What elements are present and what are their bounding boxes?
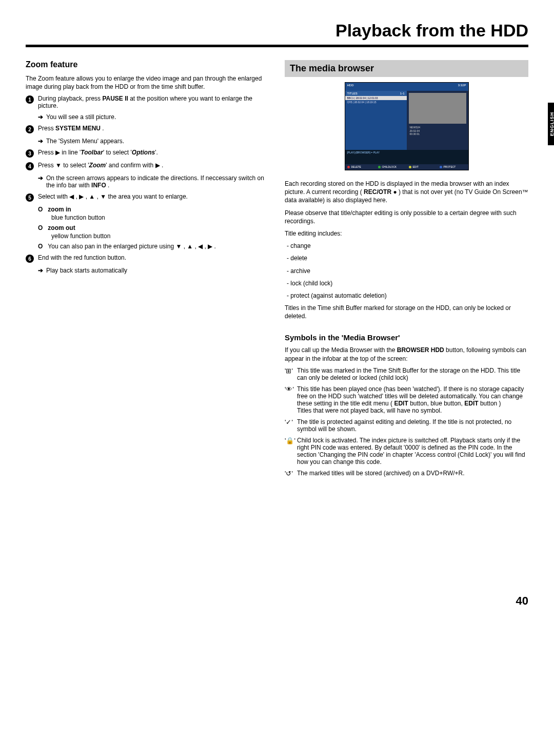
symbol-watched: '👁' This title has been played once (has… [285,385,528,414]
page-title: Playback from the HDD [26,21,528,45]
arrow-icon: ➔ [38,267,43,274]
symbols-heading: Symbols in the 'Media Browser' [285,333,528,342]
archive-icon: '↺' [285,470,297,477]
edit-archive: - archive [287,267,528,275]
step-5: 5 Select with ◀ , ▶ , ▲ , ▼ the area you… [26,193,269,202]
edit-protect: - protect (against automatic deletion) [287,292,528,300]
step-6: 6 End with the red function button. [26,254,269,263]
step-num-2: 2 [26,125,34,133]
step-num-1: 1 [26,95,34,104]
content-columns: Zoom feature The Zoom feature allows you… [26,60,528,481]
step-1: 1 During playback, press PAUSE II at the… [26,95,269,109]
key-pause: PAUSE II [102,95,128,102]
step-1-sub: ➔You will see a still picture. [38,113,269,121]
symbol-protected: '✓' The title is protected against editi… [285,418,528,433]
check-icon: '✓' [285,418,297,426]
step-num-6: 6 [26,255,34,263]
step-num-5: 5 [26,193,34,202]
step-num-3: 3 [26,149,34,158]
opt-pan: OYou can also pan in the enlarged pictur… [38,243,269,250]
symbol-childlock: '🔒' Child lock is activated. The index p… [285,437,528,466]
left-column: Zoom feature The Zoom feature allows you… [26,60,269,481]
key-browser-hdd: BROWSER HDD [397,346,444,354]
right-column: The media browser HDD3:32P TITLES1-1 BBC… [285,60,528,481]
page-number: 40 [26,594,528,608]
zoom-heading: Zoom feature [26,60,269,69]
edit-intro: Title editing includes: [285,229,528,238]
key-system-menu: SYSTEM MENU [55,125,101,132]
title-rule [26,45,528,47]
mb-p2: Please observe that title/chapter editin… [285,209,528,225]
step-3: 3 Press ▶ in line 'Toolbar' to select 'O… [26,149,269,158]
opt-zoom-out: Ozoom out [38,224,269,231]
hdd-storage-icon: '⊞' [285,367,297,375]
media-browser-screenshot: HDD3:32P TITLES1-1 BBC1 | 28.02.04 | 12:… [345,82,469,170]
media-browser-heading: The media browser [285,60,528,77]
arrow-icon: ➔ [38,138,43,145]
edit-delete: - delete [287,254,528,262]
arrow-icon: ➔ [38,175,43,189]
key-rec-otr: REC/OTR [364,188,391,196]
language-tab: ENGLISH [548,103,554,145]
step-6-sub: ➔Play back starts automatically [38,267,269,274]
key-info: INFO [91,182,106,189]
opt-zoom-in: Ozoom in [38,206,269,213]
preview-thumbnail [409,93,466,124]
step-2: 2 Press SYSTEM MENU . [26,125,269,133]
lock-icon: '🔒' [285,437,297,444]
step-4-sub: ➔On the screen arrows appears to indicat… [38,175,269,189]
edit-lock: - lock (child lock) [287,279,528,287]
edit-change: - change [287,242,528,250]
zoom-intro: The Zoom feature allows you to enlarge t… [26,74,269,91]
mb-p1: Each recording stored on the HDD is disp… [285,180,528,205]
symbols-intro: If you call up the Media Browser with th… [285,346,528,362]
mb-p3: Titles in the Time shift Buffer marked f… [285,304,528,320]
eye-icon: '👁' [285,385,297,393]
symbol-archive: '↺' The marked titles will be stored (ar… [285,470,528,477]
step-2-sub: ➔The 'System Menu' appears. [38,138,269,145]
arrow-icon: ➔ [38,113,43,121]
step-4: 4 Press ▼ to select 'Zoom' and confirm w… [26,162,269,170]
symbol-hdd-storage: '⊞' This title was marked in the Time Sh… [285,367,528,381]
step-num-4: 4 [26,162,34,170]
